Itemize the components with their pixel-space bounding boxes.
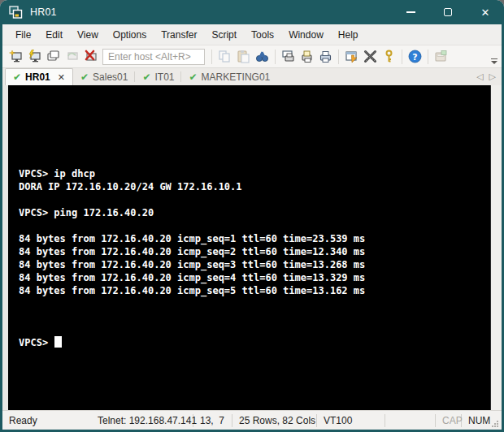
disconnect-icon[interactable]	[81, 47, 100, 66]
connect-icon[interactable]	[7, 47, 25, 66]
terminal-line: 84 bytes from 172.16.40.20 icmp_seq=1 tt…	[19, 232, 490, 245]
print-screen-icon[interactable]	[279, 47, 298, 66]
terminal-line: DORA IP 172.16.10.20/24 GW 172.16.10.1	[19, 180, 490, 193]
terminal-line	[19, 193, 490, 206]
terminal-prompt-line: VPCS>	[19, 336, 490, 349]
terminal-line	[19, 297, 490, 310]
copy-icon[interactable]	[215, 47, 234, 66]
terminal-prompt: VPCS>	[19, 337, 54, 348]
status-ready: Ready	[2, 414, 91, 427]
connected-icon: ✔	[189, 71, 197, 83]
toolbar-separator	[211, 50, 212, 64]
toolbar-separator	[338, 50, 339, 64]
reconnect-icon[interactable]	[63, 47, 81, 66]
toolbar-separator	[428, 50, 428, 64]
status-bar: Ready Telnet: 192.168.47.141 13, 7 25 Ro…	[2, 410, 502, 430]
status-num-lock: NUM	[462, 414, 489, 427]
connected-icon: ✔	[13, 71, 21, 83]
close-icon: ✕	[481, 7, 490, 18]
securefx-icon[interactable]	[432, 47, 450, 66]
status-connection: Telnet: 192.168.47.141	[91, 414, 193, 427]
status-caps-lock: CAP	[436, 414, 462, 427]
tab-hr01[interactable]: ✔ HR01 ✕	[5, 68, 73, 85]
terminal-line: 84 bytes from 172.16.40.20 icmp_seq=4 tt…	[19, 271, 490, 284]
terminal-line	[19, 154, 490, 167]
menu-view[interactable]: View	[70, 27, 106, 43]
terminal-area: VPCS> ip dhcpDORA IP 172.16.10.20/24 GW …	[2, 85, 502, 410]
terminal-line: VPCS> ip dhcp	[19, 167, 490, 180]
toolbar-separator	[402, 50, 402, 64]
title-bar: HR01 ✕	[0, 0, 504, 24]
connect-in-tab-icon[interactable]	[44, 47, 63, 66]
host-input[interactable]	[102, 49, 205, 65]
terminal-line: 84 bytes from 172.16.40.20 icmp_seq=3 tt…	[19, 258, 490, 271]
app-icon	[9, 6, 23, 19]
terminal-line: 84 bytes from 172.16.40.20 icmp_seq=2 tt…	[19, 245, 490, 258]
connected-icon: ✔	[80, 71, 89, 83]
terminal-line: 84 bytes from 172.16.40.20 icmp_seq=5 tt…	[19, 284, 490, 297]
status-screen-size: 25 Rows, 82 Cols	[232, 414, 317, 427]
help-icon[interactable]: ?	[406, 47, 424, 66]
print-selection-icon[interactable]	[298, 47, 316, 66]
toolbar: ?	[2, 45, 502, 67]
session-options-icon[interactable]	[342, 47, 361, 66]
maximize-icon	[444, 8, 452, 16]
tab-it01[interactable]: ✔ IT01	[135, 68, 181, 85]
status-cursor-position: 13, 7	[193, 414, 232, 427]
minimize-icon	[406, 11, 415, 13]
terminal-scrollbar[interactable]	[490, 85, 502, 410]
terminal-line: VPCS> ping 172.16.40.20	[19, 206, 490, 219]
tab-label: IT01	[154, 71, 174, 83]
menu-window[interactable]: Window	[281, 27, 331, 43]
tab-label: HR01	[25, 71, 50, 83]
tab-marketing01[interactable]: ✔ MARKETING01	[181, 68, 277, 85]
tab-label: Sales01	[93, 71, 128, 83]
connected-icon: ✔	[142, 71, 150, 83]
terminal-line	[19, 219, 490, 232]
maximize-button[interactable]	[429, 0, 467, 24]
status-emulation: VT100	[317, 414, 385, 427]
toolbar-overflow-button[interactable]	[489, 58, 500, 68]
terminal-screen[interactable]: VPCS> ip dhcpDORA IP 172.16.10.20/24 GW …	[8, 85, 490, 410]
toolbar-separator	[275, 50, 276, 64]
paste-icon[interactable]	[234, 47, 253, 66]
global-options-icon[interactable]	[361, 47, 380, 66]
app-window: HR01 ✕ File Edit View Options Transfer S…	[0, 0, 504, 432]
tab-scroll-right-icon[interactable]: ▷	[489, 71, 496, 82]
menu-transfer[interactable]: Transfer	[154, 27, 204, 43]
print-icon[interactable]	[316, 47, 335, 66]
svg-text:?: ?	[412, 52, 417, 63]
terminal-output: VPCS> ip dhcpDORA IP 172.16.10.20/24 GW …	[19, 115, 490, 310]
resize-grip[interactable]	[489, 411, 502, 430]
menu-bar: File Edit View Options Transfer Script T…	[2, 24, 502, 45]
find-icon[interactable]	[253, 47, 272, 66]
menu-edit[interactable]: Edit	[38, 27, 70, 43]
close-button[interactable]: ✕	[467, 0, 504, 24]
menu-file[interactable]: File	[8, 27, 38, 43]
menu-tools[interactable]: Tools	[244, 27, 281, 43]
minimize-button[interactable]	[392, 0, 429, 24]
tab-sales01[interactable]: ✔ Sales01	[73, 68, 135, 85]
menu-options[interactable]: Options	[106, 27, 154, 43]
key-agent-icon[interactable]	[380, 47, 398, 66]
tab-close-icon[interactable]: ✕	[58, 72, 65, 83]
tab-scroll-left-icon[interactable]: ◁	[476, 71, 483, 82]
terminal-left-margin	[2, 85, 8, 410]
session-tab-bar: ✔ HR01 ✕ ✔ Sales01 ✔ IT01 ✔ MARKETING01 …	[2, 67, 502, 85]
tab-label: MARKETING01	[202, 71, 271, 83]
window-title: HR01	[30, 6, 57, 18]
terminal-cursor	[54, 336, 62, 348]
quick-connect-icon[interactable]	[25, 47, 44, 66]
menu-help[interactable]: Help	[331, 27, 366, 43]
menu-script[interactable]: Script	[204, 27, 244, 43]
status-spacer	[385, 414, 436, 427]
